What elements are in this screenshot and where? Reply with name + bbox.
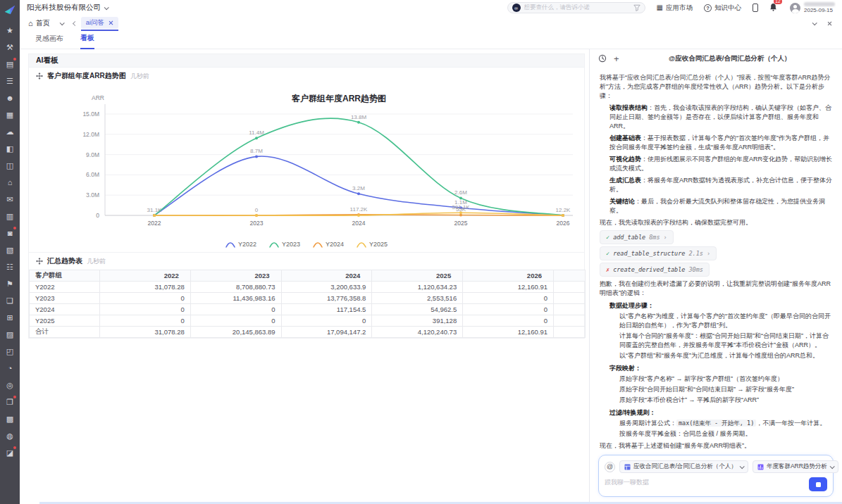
chat-input-box[interactable]: @ 应收合同汇总表/合同汇总分析（个人） <box>598 455 834 497</box>
context-chip-report[interactable]: 应收合同汇总表/合同汇总分析（个人） <box>619 460 748 473</box>
company-switcher[interactable]: 阳光科技股份有限公司 <box>27 3 108 13</box>
tab-inspiration-canvas[interactable]: 灵感画布 <box>35 34 63 49</box>
table-cell: 1,120,634.23 <box>372 282 463 293</box>
tab-scroll-left-icon[interactable] <box>73 20 78 25</box>
tool-call-read_table_structure[interactable]: ✓read_table_structure2.1s› <box>600 246 717 260</box>
sidebar-item-workspace-icon[interactable]: ⌂ <box>0 174 20 191</box>
table-cell: 17,094,147.2 <box>281 327 372 338</box>
stop-generation-button[interactable] <box>809 477 827 491</box>
sidebar-item-print-icon[interactable]: ☷ <box>0 258 20 275</box>
global-search-input[interactable]: ∞ 想要查什么，请告诉小诺 <box>507 2 645 13</box>
sidebar-item-assets-icon[interactable]: ◫ <box>0 157 20 174</box>
sidebar-item-docs-icon[interactable]: ▨ <box>0 326 20 343</box>
panel-controls <box>812 21 832 26</box>
chat-input-placeholder: 跟我聊一聊数据 <box>605 478 827 487</box>
move-icon[interactable] <box>36 73 43 80</box>
app-logo-icon[interactable] <box>4 4 16 16</box>
tab-home[interactable]: ⌂ 首页 <box>28 18 50 28</box>
sidebar-item-forms-icon[interactable]: ❏ <box>0 292 20 309</box>
method-icon <box>757 464 764 470</box>
tool-name: create_derived_table <box>613 265 685 275</box>
sidebar-item-stats-icon[interactable]: ◪ <box>0 444 20 461</box>
sidebar-item-monitor-icon[interactable]: ▥ <box>0 208 20 225</box>
close-panel-icon[interactable] <box>827 21 832 26</box>
table-card-header: 汇总趋势表 几秒前 <box>29 253 584 270</box>
notification-badge: 12 <box>774 0 782 4</box>
sidebar-item-report-board-icon[interactable]: ▦ <box>0 106 20 123</box>
legend-curve-icon <box>357 241 366 248</box>
notifications-button[interactable]: 12 <box>769 1 777 14</box>
tab-ai-qa[interactable]: ai问答 <box>81 17 118 29</box>
sidebar-item-folder-icon[interactable]: ❐ <box>0 393 20 410</box>
user-menu[interactable]: 2025-09-15 <box>790 2 835 13</box>
new-chat-button[interactable]: + <box>614 54 619 63</box>
collapse-icon[interactable] <box>812 20 817 25</box>
legend-item-Y2024[interactable]: Y2024 <box>313 241 344 248</box>
history-clock-icon[interactable] <box>598 54 607 63</box>
knowledge-center-button[interactable]: ? 知识中心 <box>704 4 741 13</box>
sidebar-item-disc-icon[interactable]: ◍ <box>0 427 20 444</box>
tab-list-caret-icon[interactable] <box>59 20 64 25</box>
move-icon[interactable] <box>36 258 43 265</box>
tab-dashboard[interactable]: 看板 <box>80 33 94 49</box>
svg-text:2025: 2025 <box>454 220 468 227</box>
sidebar-item-compass-icon[interactable]: ◎ <box>0 377 20 393</box>
table-cell: Y2023 <box>30 293 100 304</box>
tool-call-add_table[interactable]: ✓add_table8ms› <box>600 230 674 244</box>
legend-item-Y2022[interactable]: Y2022 <box>225 241 256 248</box>
sidebar-item-cloud-service-icon[interactable]: ☁ <box>0 123 20 140</box>
mobile-app-button[interactable] <box>753 4 758 12</box>
context-chip-method[interactable]: 年度客群ARR趋势分析 <box>753 460 838 473</box>
filter-icon[interactable] <box>633 4 640 11</box>
sidebar-item-security-icon[interactable]: ◙ <box>0 225 20 241</box>
sidebar-item-flag-icon[interactable]: ⚑ <box>0 275 20 292</box>
dashboard-title: AI看板 <box>36 56 58 65</box>
table-cell: 13,776,358.8 <box>281 293 372 304</box>
sidebar-item-favorites-icon[interactable]: ★ <box>0 22 20 39</box>
svg-text:2024: 2024 <box>352 220 366 227</box>
chat-heading: 过滤/转换规则： <box>609 408 832 417</box>
sidebar-item-cards-icon[interactable]: ⊞ <box>0 309 20 326</box>
chat-heading: 字段映射： <box>609 364 832 373</box>
app-market-button[interactable]: ▦ 应用市场 <box>657 4 693 13</box>
sidebar-item-grid-icon[interactable]: ▩ <box>0 410 20 427</box>
tool-call-create_derived_table[interactable]: ✗create_derived_table30ms <box>600 263 710 277</box>
table-row: Y2025000391,1280 <box>30 315 586 327</box>
chat-step: 读取报表结构：首先，我会读取该报表的字段结构，确认关键字段（如客户、合同起止日期… <box>609 103 832 131</box>
sidebar-item-billing-card-icon[interactable]: ▤ <box>0 56 20 73</box>
ai-assistant-icon: ∞ <box>512 4 521 12</box>
summary-table-card: 汇总趋势表 几秒前 客户群组20222023202420252026Y20223… <box>28 253 585 339</box>
step-lead: 关键结论 <box>609 198 635 205</box>
chat-detail-line: 原始字段“合同开始日期”和“合同结束日期” → 新字段“服务年度” <box>619 385 832 394</box>
table-cell: 391,128 <box>372 315 463 327</box>
legend-item-Y2025[interactable]: Y2025 <box>357 241 388 248</box>
close-tab-icon[interactable] <box>109 20 113 25</box>
sidebar-item-procurement-icon[interactable]: ◧ <box>0 140 20 157</box>
column-header: 2023 <box>190 270 281 282</box>
sidebar-item-calendar-icon[interactable]: ◰ <box>0 343 20 360</box>
chevron-down-icon <box>829 464 834 469</box>
expand-icon: › <box>664 233 667 242</box>
chat-step: 可视化趋势：使用折线图展示不同客户群组的年度ARR变化趋势，帮助识别增长或流失模… <box>609 155 832 173</box>
chat-title[interactable]: @应收合同汇总表/合同汇总分析（个人） <box>626 54 834 63</box>
sidebar-item-contacts-icon[interactable]: ☻ <box>0 89 20 106</box>
notification-dot <box>13 396 16 398</box>
sidebar-item-tools-icon[interactable]: ⚒ <box>0 39 20 56</box>
svg-text:8.7M: 8.7M <box>250 148 263 154</box>
sidebar-item-mail-icon[interactable]: ✉ <box>0 191 20 208</box>
mention-button[interactable]: @ <box>605 462 615 472</box>
chart-updated-ago: 几秒前 <box>130 72 149 81</box>
table-cell: 0 <box>463 293 554 304</box>
chevron-down-icon <box>104 5 109 10</box>
table-cell: 0 <box>100 315 191 327</box>
tool-call-line: ✓add_table8ms› <box>600 230 832 244</box>
inline-code: max(结束年 - 开始年, 1) <box>676 420 756 427</box>
legend-item-Y2023[interactable]: Y2023 <box>269 241 300 248</box>
column-header: 2025 <box>372 270 463 282</box>
table-cell: 4,120,240.73 <box>372 327 463 338</box>
sidebar-item-modules-icon[interactable]: ☰ <box>0 73 20 89</box>
detail-text: 计算每个合同的“服务年度”：根据“合同开始日期”和“合同结束日期”，计算合同覆盖… <box>619 332 829 348</box>
table-cell: 117,154.5 <box>281 304 372 315</box>
sidebar-item-briefcase-icon[interactable]: ▧ <box>0 241 20 258</box>
sidebar-item-sync-icon[interactable]: ◔ <box>0 360 20 377</box>
